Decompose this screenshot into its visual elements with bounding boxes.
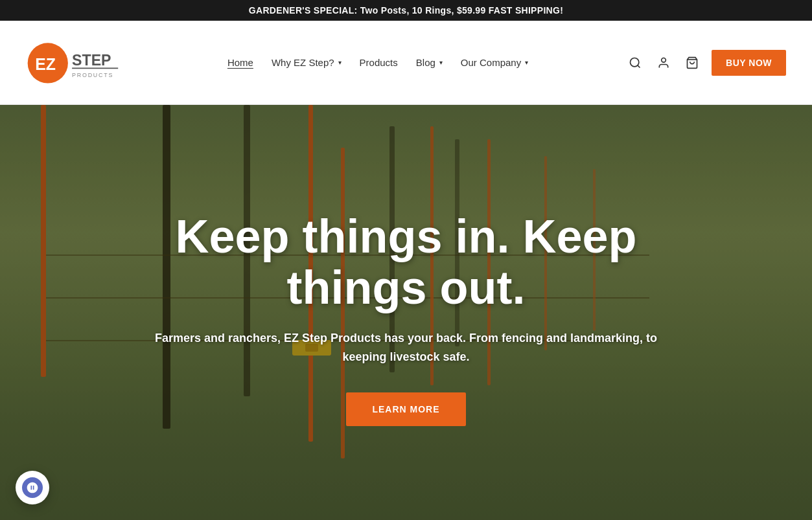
cart-icon: [686, 56, 699, 69]
svg-point-5: [631, 58, 639, 66]
logo-image: EZ STEP PRODUCTS: [26, 40, 130, 85]
header-actions: BUY NOW: [626, 50, 786, 76]
announcement-text: GARDENER'S SPECIAL: Two Posts, 10 Rings,…: [249, 5, 563, 16]
svg-line-6: [638, 65, 640, 67]
svg-text:STEP: STEP: [72, 52, 111, 69]
hero-cta-button[interactable]: LEARN MORE: [346, 392, 465, 426]
chat-bubble[interactable]: [16, 471, 49, 504]
svg-text:PRODUCTS: PRODUCTS: [72, 71, 113, 78]
svg-point-7: [662, 58, 666, 62]
chevron-down-icon: ▾: [525, 59, 528, 66]
buy-now-button[interactable]: BUY NOW: [712, 50, 786, 76]
logo-link[interactable]: EZ STEP PRODUCTS: [26, 40, 130, 85]
hero-content: Keep things in. Keep things out. Farmers…: [115, 211, 698, 426]
shopify-bag-icon: [26, 481, 39, 494]
chevron-down-icon: ▾: [439, 59, 443, 66]
header: EZ STEP PRODUCTS Home Why EZ Step? ▾ Pro…: [0, 21, 812, 105]
hero-section: Keep things in. Keep things out. Farmers…: [0, 105, 812, 520]
chat-bubble-icon: [22, 477, 43, 498]
search-button[interactable]: [626, 54, 644, 72]
search-icon: [629, 56, 642, 69]
nav-item-why-ez-step[interactable]: Why EZ Step? ▾: [272, 57, 342, 68]
hero-title: Keep things in. Keep things out.: [141, 211, 672, 313]
chevron-down-icon: ▾: [338, 59, 342, 66]
person-icon: [657, 56, 670, 69]
nav-item-products[interactable]: Products: [360, 57, 398, 68]
nav-item-home[interactable]: Home: [227, 57, 253, 68]
cart-button[interactable]: [683, 54, 701, 72]
svg-text:EZ: EZ: [35, 55, 56, 73]
announcement-bar: GARDENER'S SPECIAL: Two Posts, 10 Rings,…: [0, 0, 812, 21]
login-button[interactable]: [655, 54, 673, 72]
nav-item-blog[interactable]: Blog ▾: [416, 57, 443, 68]
main-nav: Home Why EZ Step? ▾ Products Blog ▾ Our …: [130, 57, 626, 68]
nav-item-our-company[interactable]: Our Company ▾: [461, 57, 528, 68]
hero-subtitle: Farmers and ranchers, EZ Step Products h…: [141, 329, 672, 367]
